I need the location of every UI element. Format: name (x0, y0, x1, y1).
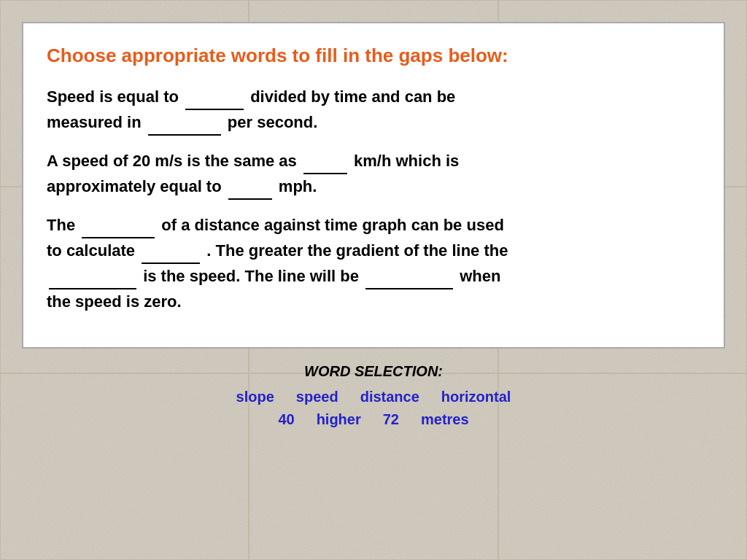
q3-text-3: . The greater the gradient of the line t… (206, 241, 508, 260)
word-distance[interactable]: distance (360, 389, 419, 405)
word-speed[interactable]: speed (296, 389, 338, 405)
word-72[interactable]: 72 (383, 411, 399, 428)
word-row-1: slope speed distance horizontal (236, 389, 511, 405)
word-row-2: 40 higher 72 metres (278, 411, 468, 428)
q2-text-1: A speed of 20 m/s is the same as (47, 152, 301, 170)
word-selection-area: WORD SELECTION: slope speed distance hor… (22, 349, 725, 443)
q1-text-1: Speed is equal to (47, 88, 183, 106)
main-content-box: Choose appropriate words to fill in the … (22, 22, 725, 349)
word-metres[interactable]: metres (421, 411, 469, 428)
question-1: Speed is equal to divided by time and ca… (47, 85, 700, 136)
question-3: The of a distance against time graph can… (47, 213, 700, 314)
q1-blank-2 (148, 110, 221, 136)
word-higher[interactable]: higher (317, 411, 361, 428)
word-selection-label: WORD SELECTION: (304, 363, 443, 380)
word-slope[interactable]: slope (236, 389, 274, 405)
q3-blank-3 (49, 264, 136, 289)
q2-blank-1 (303, 149, 347, 174)
q1-text-3: per second. (228, 113, 317, 131)
word-40[interactable]: 40 (278, 411, 294, 428)
question-2: A speed of 20 m/s is the same as km/h wh… (47, 149, 700, 200)
q3-blank-2 (142, 238, 200, 264)
word-horizontal[interactable]: horizontal (441, 389, 511, 405)
q1-blank-1 (185, 85, 244, 110)
page-container: Choose appropriate words to fill in the … (15, 15, 732, 450)
q3-blank-1 (82, 213, 155, 238)
q3-blank-4 (365, 264, 453, 289)
q2-text-3: mph. (279, 177, 317, 195)
page-title: Choose appropriate words to fill in the … (47, 44, 700, 69)
q3-text-4: is the speed. The line will be (143, 267, 363, 285)
q2-blank-2 (228, 174, 272, 200)
q3-text-1: The (47, 216, 80, 234)
